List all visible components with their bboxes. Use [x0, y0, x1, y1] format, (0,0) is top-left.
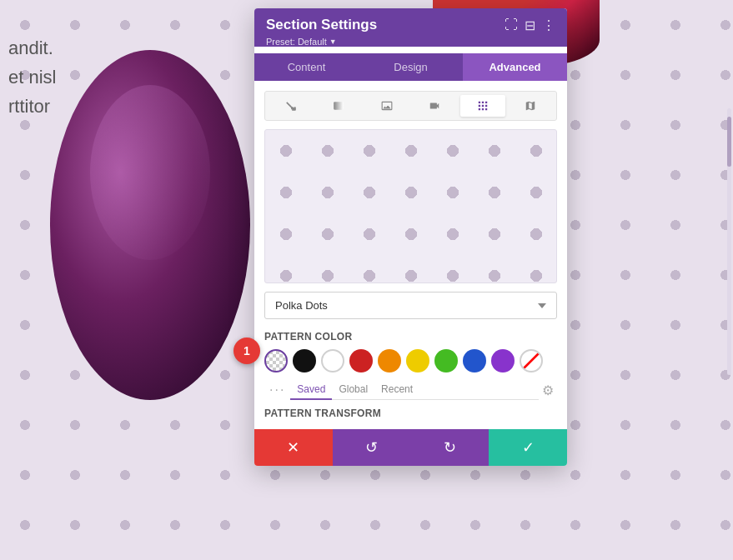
panel-scrollbar[interactable] [727, 108, 731, 375]
swatch-purple[interactable] [491, 349, 515, 372]
swatch-orange[interactable] [378, 349, 401, 372]
bg-gradient-btn[interactable] [317, 95, 362, 117]
color-tab-global[interactable]: Global [332, 380, 374, 400]
swatch-red[interactable] [349, 349, 373, 372]
confirm-button[interactable]: ✓ [489, 429, 567, 466]
pattern-select[interactable]: Polka Dots None Stripes Zigzag Checkerbo… [264, 292, 557, 319]
pattern-preview [264, 129, 557, 283]
pattern-transform-label: Pattern Transform [264, 408, 557, 419]
cancel-button[interactable]: ✕ [254, 429, 333, 466]
swatch-blue[interactable] [463, 349, 486, 372]
svg-rect-0 [334, 102, 344, 109]
bg-pattern-btn[interactable] [460, 95, 505, 117]
pattern-color-label: Pattern Color [264, 331, 557, 342]
redo-button[interactable]: ↻ [411, 429, 490, 466]
color-settings-icon[interactable]: ⚙ [539, 381, 557, 400]
panel-body: Polka Dots None Stripes Zigzag Checkerbo… [254, 81, 567, 429]
preset-arrow-icon: ▼ [329, 38, 337, 46]
color-swatches [264, 349, 557, 372]
tab-design[interactable]: Design [359, 53, 463, 81]
panel-header: Section Settings ⛶ ⊟ ⋮ Preset: Default ▼ [254, 8, 567, 47]
fullscreen-icon[interactable]: ⛶ [505, 18, 518, 32]
swatch-white[interactable] [321, 349, 344, 372]
swatch-green[interactable] [434, 349, 458, 372]
bg-color-btn[interactable] [269, 95, 314, 117]
scrollbar-thumb[interactable] [727, 117, 731, 167]
panel-tabs: Content Design Advanced [254, 53, 567, 81]
bottom-action-bar: ✕ ↺ ↻ ✓ [254, 429, 567, 466]
color-tab-recent[interactable]: Recent [374, 380, 419, 400]
color-tab-saved[interactable]: Saved [290, 380, 332, 400]
step-badge: 1 [233, 338, 260, 364]
color-tabs: Saved Global Recent [290, 380, 539, 400]
bg-video-btn[interactable] [413, 95, 458, 117]
tab-content[interactable]: Content [254, 53, 359, 81]
section-settings-panel: Section Settings ⛶ ⊟ ⋮ Preset: Default ▼… [254, 8, 567, 466]
background-text: andit. et nisl rttitor [8, 33, 56, 122]
panel-title: Section Settings [266, 17, 377, 33]
more-colors-dots[interactable]: ··· [264, 379, 290, 401]
swatch-yellow[interactable] [406, 349, 429, 372]
pattern-dropdown-row: Polka Dots None Stripes Zigzag Checkerbo… [264, 292, 557, 319]
panel-preset[interactable]: Preset: Default ▼ [266, 37, 555, 47]
tab-advanced[interactable]: Advanced [463, 53, 567, 81]
plate-image [50, 50, 250, 400]
swatch-slash[interactable] [520, 349, 543, 372]
bg-type-icon-row [264, 91, 557, 121]
bg-map-btn[interactable] [509, 95, 554, 117]
grid-icon[interactable]: ⊟ [525, 18, 535, 33]
header-icon-group: ⛶ ⊟ ⋮ [505, 18, 555, 33]
swatch-black[interactable] [293, 349, 316, 372]
undo-button[interactable]: ↺ [333, 429, 411, 466]
color-tabs-area: ··· Saved Global Recent ⚙ [264, 379, 557, 401]
more-icon[interactable]: ⋮ [542, 18, 555, 33]
bg-image-btn[interactable] [364, 95, 409, 117]
swatch-transparent[interactable] [264, 349, 288, 372]
